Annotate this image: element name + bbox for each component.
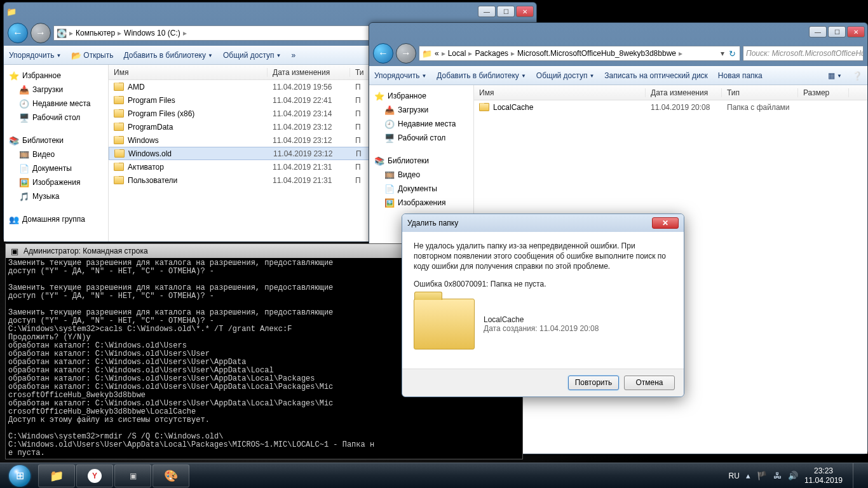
refresh-icon[interactable]: ↻ <box>727 48 737 58</box>
more-menu[interactable]: » <box>291 51 295 60</box>
cmd-title-text: Администратор: Командная строка <box>24 247 148 255</box>
homegroup[interactable]: 👥Домашняя группа <box>6 212 105 226</box>
organize-menu[interactable]: Упорядочить▼ <box>9 51 61 60</box>
sidebar-documents[interactable]: 📄Документы <box>6 161 105 175</box>
breadcrumb-overflow[interactable]: « <box>435 49 439 58</box>
libraries-group[interactable]: 📚Библиотеки <box>372 154 471 168</box>
video-icon: 🎞️ <box>19 149 29 159</box>
open-button[interactable]: 📂Открыть <box>71 50 113 60</box>
column-name[interactable]: Имя <box>474 88 646 97</box>
back-button[interactable]: ← <box>8 23 28 43</box>
organize-menu[interactable]: Упорядочить▼ <box>374 71 426 80</box>
close-button[interactable]: ✕ <box>847 26 865 37</box>
maximize-button[interactable]: ☐ <box>828 26 846 37</box>
video-icon: 🎞️ <box>384 170 395 180</box>
sidebar-desktop[interactable]: 🖥️Рабочий стол <box>372 131 471 145</box>
folder-icon <box>114 149 125 158</box>
help-icon[interactable]: ❔ <box>852 71 862 81</box>
dialog-folder-date: Дата создания: 11.04.2019 20:08 <box>484 324 599 333</box>
burn-button[interactable]: Записать на оптический диск <box>604 71 708 80</box>
sidebar-video[interactable]: 🎞️Видео <box>6 147 105 161</box>
sidebar-desktop[interactable]: 🖥️Рабочий стол <box>6 111 105 125</box>
task-explorer[interactable]: 📁 <box>38 464 75 487</box>
star-icon: ⭐ <box>374 91 384 101</box>
cmd-icon: ▣ <box>10 246 20 256</box>
file-name: Program Files (x86) <box>128 109 194 118</box>
close-button[interactable]: ✕ <box>516 6 534 17</box>
file-date: 11.04.2019 22:41 <box>268 96 350 105</box>
downloads-icon: 📥 <box>384 105 395 115</box>
minimize-button[interactable]: — <box>478 6 496 17</box>
dialog-folder-name: LocalCache <box>484 315 599 324</box>
cancel-button[interactable]: Отмена <box>624 376 675 390</box>
file-date: 11.04.2019 21:31 <box>268 176 350 185</box>
favorites-group[interactable]: ⭐Избранное <box>6 69 105 83</box>
dialog-message: Не удалось удалить папку из-за непредвид… <box>414 241 672 272</box>
sidebar-music[interactable]: 🎵Музыка <box>6 189 105 203</box>
folder-icon <box>414 299 475 349</box>
add-library-menu[interactable]: Добавить в библиотеку▼ <box>123 51 212 60</box>
sidebar-downloads[interactable]: 📥Загрузки <box>372 103 471 117</box>
share-menu[interactable]: Общий доступ▼ <box>536 71 595 80</box>
file-row[interactable]: LocalCache11.04.2019 20:08Папка с файлам… <box>474 100 867 114</box>
forward-button[interactable]: → <box>396 43 416 64</box>
breadcrumb-item[interactable]: Local <box>448 49 466 58</box>
share-menu[interactable]: Общий доступ▼ <box>223 51 281 60</box>
network-icon[interactable]: 🖧 <box>773 471 782 480</box>
sidebar-documents[interactable]: 📄Документы <box>372 182 471 196</box>
sidebar-video[interactable]: 🎞️Видео <box>372 168 471 182</box>
show-desktop[interactable] <box>853 463 862 489</box>
sidebar-pictures[interactable]: 🖼️Изображения <box>372 196 471 210</box>
add-library-menu[interactable]: Добавить в библиотеку▼ <box>437 71 526 80</box>
column-date[interactable]: Дата изменения <box>268 68 350 77</box>
column-size[interactable]: Размер <box>798 88 849 97</box>
tray-up-icon[interactable]: ▴ <box>746 471 750 480</box>
task-cmd[interactable]: ▣ <box>114 464 151 487</box>
file-name: Windows <box>128 136 159 145</box>
titlebar[interactable]: — ☐ ✕ <box>369 23 867 41</box>
folder-icon <box>114 83 124 91</box>
breadcrumb-item[interactable]: Packages <box>475 49 508 58</box>
column-date[interactable]: Дата изменения <box>646 88 722 97</box>
column-type[interactable]: Тип <box>722 88 798 97</box>
file-name: Активатор <box>128 163 164 172</box>
dialog-title-text: Удалить папку <box>407 219 458 227</box>
libraries-group[interactable]: 📚Библиотеки <box>6 133 105 147</box>
address-bar[interactable]: 📁 «▸ Local▸ Packages▸ Microsoft.Microsof… <box>419 46 740 61</box>
column-name[interactable]: Имя <box>109 68 268 77</box>
file-name: ProgramData <box>128 123 173 132</box>
dialog-titlebar[interactable]: Удалить папку ✕ <box>402 214 684 232</box>
search-input[interactable]: Поиск: Microsoft.MicrosoftOfficeHu <box>743 46 864 61</box>
dialog-close-button[interactable]: ✕ <box>652 217 679 229</box>
folder-icon <box>114 96 124 104</box>
task-browser[interactable]: Y <box>76 464 113 487</box>
forward-button[interactable]: → <box>31 23 51 43</box>
start-button[interactable]: ⊞ <box>3 464 37 487</box>
flag-icon[interactable]: 🏴 <box>757 471 767 480</box>
drive-icon: 💽 <box>57 28 67 38</box>
sidebar-recent[interactable]: 🕘Недавние места <box>372 117 471 131</box>
breadcrumb-item[interactable]: Microsoft.MicrosoftOfficeHub_8wekyb3d8bb… <box>517 49 676 58</box>
sidebar-recent[interactable]: 🕘Недавние места <box>6 97 105 111</box>
task-paint[interactable]: 🎨 <box>153 464 189 487</box>
retry-button[interactable]: Повторить <box>568 376 619 390</box>
sidebar-downloads[interactable]: 📥Загрузки <box>6 83 105 97</box>
view-menu[interactable]: ▦▼ <box>828 71 842 80</box>
new-folder-button[interactable]: Новая папка <box>718 71 763 80</box>
star-icon: ⭐ <box>9 71 19 81</box>
minimize-button[interactable]: — <box>809 26 827 37</box>
favorites-group[interactable]: ⭐Избранное <box>372 89 471 103</box>
breadcrumb-item[interactable]: Компьютер <box>76 29 115 37</box>
sidebar-pictures[interactable]: 🖼️Изображения <box>6 175 105 189</box>
documents-icon: 📄 <box>19 163 29 173</box>
clock[interactable]: 23:23 11.04.2019 <box>804 466 843 485</box>
pictures-icon: 🖼️ <box>384 198 395 208</box>
file-name: Windows.old <box>128 149 172 158</box>
breadcrumb-item[interactable]: Windows 10 (C:) <box>124 29 180 37</box>
language-indicator[interactable]: RU <box>729 471 740 480</box>
volume-icon[interactable]: 🔊 <box>788 471 798 480</box>
file-date: 11.04.2019 21:31 <box>268 163 350 172</box>
back-button[interactable]: ← <box>373 43 393 64</box>
maximize-button[interactable]: ☐ <box>497 6 515 17</box>
titlebar[interactable]: 📁 — ☐ ✕ <box>4 3 536 20</box>
